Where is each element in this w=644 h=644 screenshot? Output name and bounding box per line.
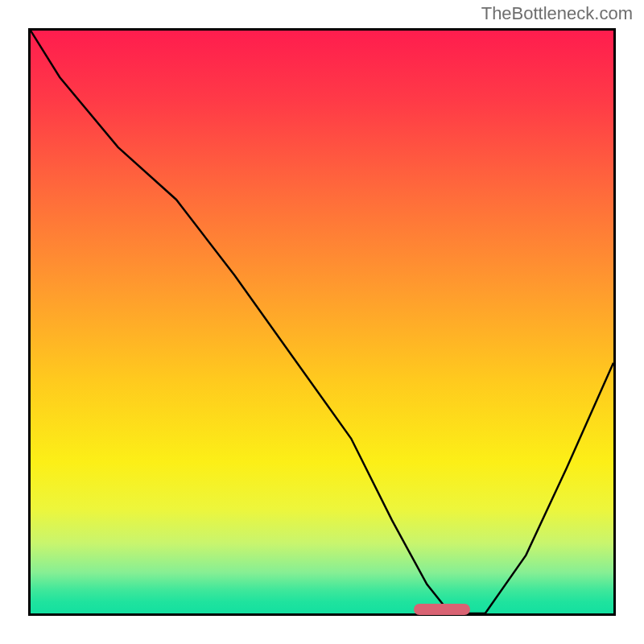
optimal-zone-marker (414, 604, 470, 615)
bottleneck-curve (31, 31, 613, 613)
chart-plot-area (28, 28, 616, 616)
watermark-text: TheBottleneck.com (481, 3, 633, 24)
